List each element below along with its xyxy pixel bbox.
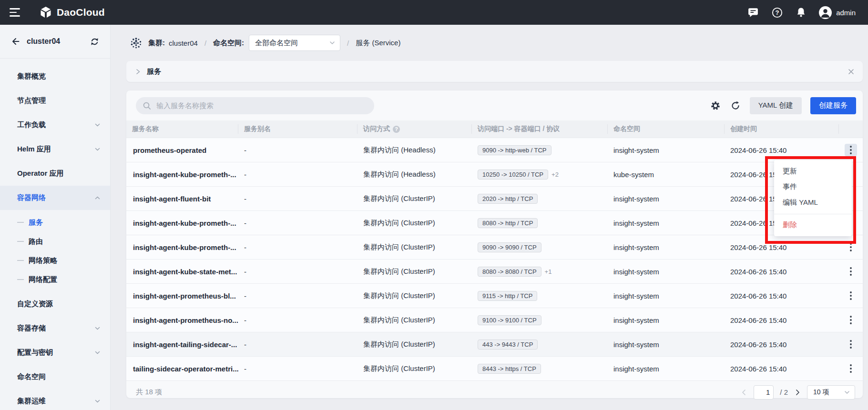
alias-cell: - (238, 187, 357, 210)
access-cell: 集群内访问 (ClusterIP) (357, 357, 472, 380)
alias-cell: - (238, 235, 357, 259)
sidebar-item-label: 自定义资源 (17, 300, 101, 309)
namespace-select[interactable]: 全部命名空间 (249, 35, 340, 51)
table-row: insight-agent-kube-prometh-...-集群内访问 (He… (126, 162, 863, 186)
yaml-create-button[interactable]: YAML 创建 (750, 97, 802, 114)
sidebar-item-cluster-overview[interactable]: 集群概览 (0, 64, 110, 89)
sidebar-item-namespaces[interactable]: 命名空间 (0, 365, 110, 389)
search-input[interactable] (155, 101, 368, 110)
column-header-1: 服务名称 (126, 120, 238, 138)
column-help-icon[interactable]: ? (393, 126, 400, 133)
kebab-menu-icon[interactable] (845, 314, 857, 326)
dash-icon (17, 260, 24, 261)
port-cell: 10250 -> 10250 / TCP+2 (472, 162, 608, 186)
namespace-cell: kube-system (608, 162, 725, 186)
port-badge: 8443 -> https / TCP (478, 364, 541, 374)
menu-item[interactable]: 事件 (774, 179, 852, 195)
chevron-down-icon (329, 40, 335, 46)
table-footer: 共 18 项 / 2 10 项 (126, 380, 863, 403)
created-cell: 2024-06-26 15:40 (725, 357, 839, 380)
sidebar-item-container-network[interactable]: 容器网络 (0, 186, 110, 210)
table-row: insight-agent-prometheus-no...-集群内访问 (Cl… (126, 308, 863, 332)
help-icon[interactable]: ? (771, 7, 783, 18)
chevron-right-icon[interactable] (135, 69, 141, 75)
actions-cell (839, 235, 863, 259)
created-cell: 2024-06-26 15:40 (725, 308, 839, 332)
topbar: DaoCloud ? (0, 0, 868, 25)
kebab-menu-icon[interactable] (845, 290, 857, 302)
chevron-down-icon (844, 390, 850, 395)
row-context-menu: 更新事件编辑 YAML删除 (774, 160, 852, 236)
sidebar: cluster04 集群概览节点管理工作负载Helm 应用Operator 应用… (0, 25, 111, 410)
kebab-menu-icon[interactable] (845, 144, 857, 156)
namespace-cell: insight-system (608, 260, 725, 283)
sidebar-item-workloads[interactable]: 工作负载 (0, 113, 110, 137)
sidebar-item-cluster-ops[interactable]: 集群运维 (0, 389, 110, 410)
menu-item[interactable]: 更新 (774, 163, 852, 179)
alias-cell: - (238, 260, 357, 283)
sidebar-item-network-policies[interactable]: 网络策略 (0, 251, 110, 270)
page-total: / 2 (780, 388, 788, 396)
namespace-select-value: 全部命名空间 (255, 39, 329, 48)
cluster-dots-icon (130, 37, 143, 50)
sidebar-item-label: 工作负载 (17, 120, 94, 130)
kebab-menu-icon[interactable] (845, 265, 857, 278)
daocloud-logo-icon (39, 6, 52, 19)
port-badge: 10250 -> 10250 / TCP (478, 170, 548, 180)
switch-cluster-icon[interactable] (90, 37, 100, 47)
kebab-menu-icon[interactable] (845, 362, 857, 375)
sidebar-item-helm-apps[interactable]: Helm 应用 (0, 137, 110, 161)
port-more-count: +1 (545, 268, 552, 275)
sidebar-item-label: 命名空间 (17, 372, 101, 381)
kebab-menu-icon[interactable] (845, 338, 857, 350)
column-header-3: 访问方式? (357, 120, 472, 138)
back-arrow-icon[interactable] (10, 37, 20, 46)
table-row: insight-agent-kube-prometh-...-集群内访问 (Cl… (126, 210, 863, 235)
page-number-input[interactable] (754, 385, 774, 400)
created-cell: 2024-06-26 15:40 (725, 260, 839, 283)
sidebar-item-routes[interactable]: 路由 (0, 232, 110, 251)
sidebar-item-node-management[interactable]: 节点管理 (0, 89, 110, 113)
port-cell: 9115 -> http / TCP (472, 284, 608, 308)
menu-item-delete[interactable]: 删除 (774, 217, 852, 233)
gear-icon[interactable] (710, 100, 721, 111)
panel-header: 服务 (126, 61, 863, 82)
created-cell: 2024-06-26 15:40 (725, 235, 839, 259)
hamburger-menu-icon[interactable] (10, 8, 20, 17)
total-count: 共 18 项 (136, 388, 162, 397)
menu-divider (774, 214, 852, 214)
user-menu[interactable]: admin (819, 6, 856, 19)
port-badge: 8080 -> 8080 / TCP (478, 267, 541, 277)
actions-cell (839, 284, 863, 308)
chevron-down-icon (94, 398, 101, 404)
sidebar-item-label: 配置与密钥 (17, 348, 94, 357)
alias-cell: - (238, 211, 357, 235)
access-cell: 集群内访问 (ClusterIP) (357, 187, 472, 210)
notifications-bell-icon[interactable] (795, 7, 807, 18)
kebab-menu-icon[interactable] (845, 241, 857, 253)
port-cell: 2020 -> http / TCP (472, 187, 608, 210)
sidebar-item-label: 容器网络 (17, 193, 94, 202)
next-page-icon[interactable] (794, 389, 801, 396)
refresh-icon[interactable] (730, 100, 741, 111)
prev-page-icon[interactable] (741, 389, 747, 396)
sidebar-item-custom-resources[interactable]: 自定义资源 (0, 292, 110, 316)
access-cell: 集群内访问 (ClusterIP) (357, 260, 472, 283)
chat-icon[interactable] (747, 7, 759, 18)
breadcrumb-cluster-label: 集群: (148, 39, 165, 48)
sidebar-item-network-config[interactable]: 网络配置 (0, 270, 110, 289)
actions-cell (839, 332, 863, 356)
access-cell: 集群内访问 (ClusterIP) (357, 211, 472, 235)
close-icon[interactable] (848, 69, 854, 75)
sidebar-item-services[interactable]: 服务 (0, 213, 110, 232)
sidebar-item-operator-apps[interactable]: Operator 应用 (0, 161, 110, 186)
port-badge: 8080 -> http / TCP (478, 218, 538, 228)
sidebar-item-config-secrets[interactable]: 配置与密钥 (0, 340, 110, 365)
create-service-button[interactable]: 创建服务 (810, 97, 856, 114)
breadcrumb-separator: / (204, 39, 206, 47)
sidebar-item-label: 网络策略 (29, 256, 101, 265)
menu-item[interactable]: 编辑 YAML (774, 195, 852, 210)
page-size-select[interactable]: 10 项 (807, 385, 855, 400)
port-cell: 8080 -> 8080 / TCP+1 (472, 260, 608, 283)
sidebar-item-container-storage[interactable]: 容器存储 (0, 316, 110, 340)
